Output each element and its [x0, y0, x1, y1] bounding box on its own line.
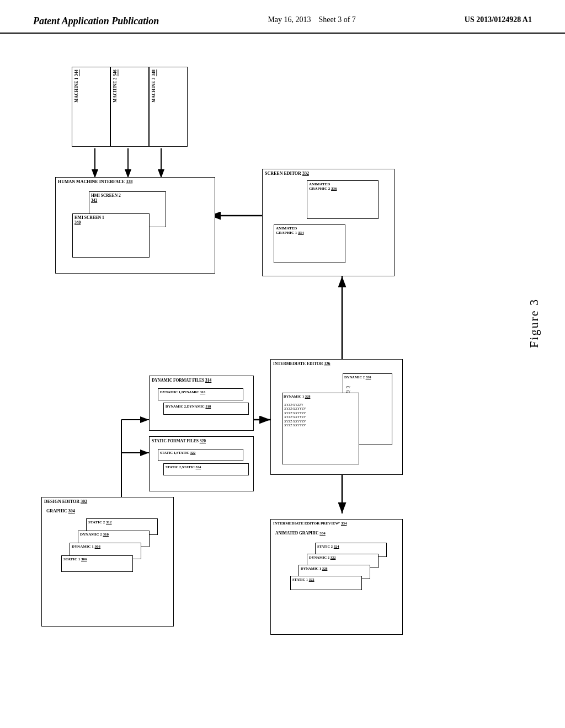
machine1-box: MACHINE 1 344: [72, 67, 110, 147]
dynamic1-file: DYNAMIC 1,DYNAMIC 316: [158, 388, 243, 400]
animated-graphic2-box: ANIMATEDGRAPHIC 2 336: [307, 180, 379, 219]
hmi-box: HUMAN MACHINE INTERFACE 338 HMI SCREEN 2…: [55, 177, 215, 274]
design-editor-box: DESIGN EDITOR 302 GRAPHIC 304 STATIC 2 3…: [41, 497, 174, 627]
hmi-screen1-box: HMI SCREEN 1340: [72, 213, 150, 258]
machine1-label: MACHINE 1 344: [74, 69, 79, 103]
intermediate-editor-box: INTERMEDIATE EDITOR 326 DYNAMIC 2 330 ZY…: [270, 359, 403, 475]
page-header: Patent Application Publication May 16, 2…: [0, 0, 565, 34]
figure-label: Figure 3: [525, 298, 543, 348]
ie-dynamic1-box: DYNAMIC 1 328 XYZZ·XYZZY XYZZ·XXYYZV XYZ…: [282, 393, 359, 464]
machine2-label: MACHINE 2 346: [113, 69, 118, 103]
header-right-text: US 2013/0124928 A1: [465, 15, 532, 24]
diagram-area: MACHINE 1 344 MACHINE 2 346 MACHINE 3 34…: [0, 34, 565, 712]
intermediate-editor-preview-box: INTERMEDIATE EDITOR PREVIEW′ 334 ANIMATE…: [270, 519, 403, 635]
header-left-text: Patent Application Publication: [33, 15, 159, 27]
animated-graphic1-box: ANIMATEDGRAPHIC 1 334: [274, 224, 345, 263]
static1-file: STATIC 1,STATIC 322: [158, 449, 243, 461]
header-center-text: May 16, 2013 Sheet 3 of 7: [268, 15, 355, 24]
machine2-box: MACHINE 2 346: [110, 67, 149, 147]
iep-static1: STATIC 1 322: [290, 576, 362, 590]
screen-editor-box: SCREEN EDITOR 332 ANIMATEDGRAPHIC 2 336 …: [262, 169, 395, 276]
machine3-label: MACHINE 3 348: [151, 69, 157, 103]
dynamic-format-files-box: DYNAMIC FORMAT FILES 314 DYNAMIC 1,DYNAM…: [149, 376, 254, 431]
static2-file: STATIC 2,STATIC 324: [163, 463, 249, 475]
static1-layer: STATIC 1 306: [61, 555, 133, 572]
static-format-files-box: STATIC FORMAT FILES 320 STATIC 1,STATIC …: [149, 436, 254, 491]
machine3-box: MACHINE 3 348: [149, 67, 188, 147]
dynamic2-file: DYNAMIC 2,DYNAMIC 318: [163, 403, 249, 415]
